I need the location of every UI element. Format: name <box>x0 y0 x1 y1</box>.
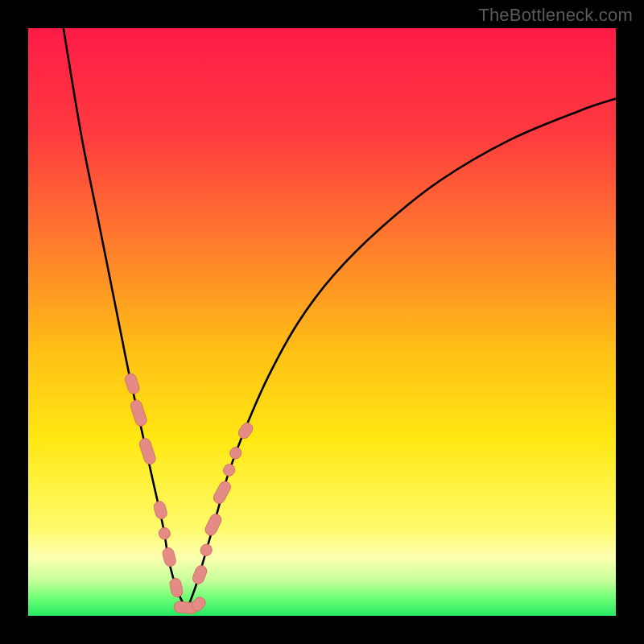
data-marker <box>228 445 243 461</box>
data-marker <box>212 480 233 506</box>
chart-frame: TheBottleneck.com <box>0 0 644 644</box>
watermark-text: TheBottleneck.com <box>478 5 633 26</box>
data-marker <box>169 577 184 598</box>
data-marker <box>221 462 237 478</box>
data-marker <box>153 500 168 520</box>
data-marker <box>158 526 171 541</box>
data-marker <box>162 547 177 568</box>
data-marker <box>124 372 141 395</box>
data-marker <box>199 543 214 558</box>
curve-right-branch <box>187 99 616 610</box>
plot-area <box>28 28 616 616</box>
data-marker <box>138 437 157 466</box>
data-marker <box>191 564 208 585</box>
curve-left-branch <box>64 28 187 610</box>
data-marker <box>237 421 255 441</box>
data-marker <box>204 512 224 537</box>
data-marker <box>130 398 148 427</box>
chart-curves <box>28 28 616 616</box>
